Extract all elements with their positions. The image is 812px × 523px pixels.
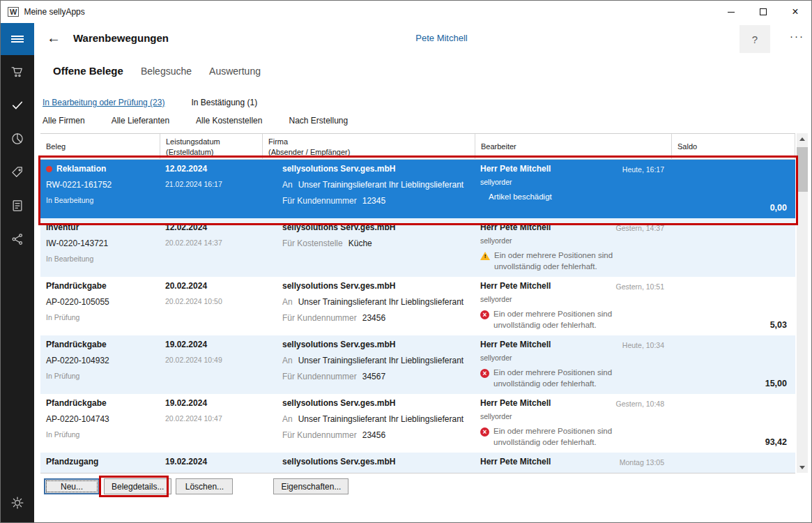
window-title: Meine sellyApps	[24, 7, 84, 17]
company-name: sellysolutions Serv.ges.mbH	[282, 398, 469, 408]
sidebar-item-settings[interactable]	[1, 486, 34, 520]
tag-icon	[10, 165, 24, 179]
page-title: Warenbewegungen	[73, 32, 169, 44]
tab-auswertung[interactable]: Auswertung	[209, 66, 261, 77]
eigenschaften-button[interactable]: Eigenschaften...	[273, 478, 348, 494]
company-name: sellysolutions Serv.ges.mbH	[282, 457, 469, 467]
table-row[interactable]: Pfandrückgabe AP-0220-104932 In Prüfung …	[40, 335, 795, 394]
minimize-button[interactable]	[715, 1, 747, 23]
row-note: Ein oder mehrere Positionen sind unvolls…	[480, 426, 666, 448]
sidebar-item-cart[interactable]	[1, 55, 34, 89]
table-row[interactable]: Reklamation RW-0221-161752 In Bearbeitun…	[40, 160, 795, 218]
sidebar-item-journal[interactable]	[1, 189, 34, 222]
note-status-icon	[480, 369, 489, 378]
note-status-icon	[480, 310, 489, 319]
user-name[interactable]: Pete Mitchell	[415, 33, 467, 43]
document-type: Pfandrückgabe	[46, 281, 154, 291]
filter-in-bearbeitung-oder-pruefung[interactable]: In Bearbeitung oder Prüfung (23)	[43, 98, 164, 107]
loeschen-button[interactable]: Löschen...	[176, 478, 233, 494]
journal-icon	[10, 199, 24, 213]
tab-belegsuche[interactable]: Belegsuche	[141, 66, 192, 77]
scrollbar-up-icon[interactable]	[797, 133, 808, 144]
column-header-label: Bearbeiter	[481, 142, 666, 152]
saldo-value: 93,42	[765, 437, 787, 447]
row-timestamp: Gestern, 10:51	[616, 282, 664, 291]
sidebar-item-share[interactable]	[1, 222, 34, 256]
pie-chart-icon	[10, 132, 24, 146]
belegdetails-button[interactable]: Belegdetails...	[104, 478, 171, 494]
saldo-value: 0,00	[770, 203, 787, 213]
gear-icon	[10, 496, 24, 510]
company-line-3: Für Kundennummer34567	[282, 372, 469, 381]
sidebar-item-chart[interactable]	[1, 122, 34, 156]
back-button[interactable]: ←	[47, 30, 61, 46]
app-logo-icon: W	[8, 7, 19, 17]
filter-alle-firmen[interactable]: Alle Firmen	[43, 116, 85, 126]
table-header: Beleg Leistungsdatum (Erstelldatum) Firm…	[40, 133, 795, 160]
column-header-saldo[interactable]: Saldo	[671, 134, 795, 160]
column-header-firma[interactable]: Firma (Absender / Empfänger)	[262, 134, 475, 160]
document-number: AP-0220-104743	[46, 414, 154, 424]
more-button[interactable]: ···	[790, 30, 804, 42]
document-type: Reklamation	[46, 164, 154, 174]
scrollbar-down-icon[interactable]	[797, 462, 808, 473]
maximize-button[interactable]	[747, 1, 779, 23]
column-header-sublabel: (Erstelldatum)	[166, 147, 256, 158]
close-button[interactable]: ×	[779, 1, 811, 23]
sidebar-item-tag[interactable]	[1, 156, 34, 189]
table-scrollbar[interactable]	[797, 133, 808, 473]
cart-icon	[10, 65, 24, 79]
editor-source: sellyorder	[480, 295, 666, 303]
tab-offene-belege[interactable]: Offene Belege	[53, 65, 123, 77]
table-body: Reklamation RW-0221-161752 In Bearbeitun…	[40, 160, 795, 473]
editor-source: sellyorder	[480, 236, 666, 245]
saldo-value: 5,03	[770, 320, 787, 330]
company-name: sellysolutions Serv.ges.mbH	[282, 281, 469, 291]
document-number: AP-0220-104932	[46, 356, 154, 365]
document-number: AP-0220-105055	[46, 297, 154, 307]
close-icon: ×	[792, 6, 798, 17]
column-header-beleg[interactable]: Beleg	[40, 134, 160, 160]
column-header-label: Saldo	[677, 142, 789, 152]
action-bar: Neu... Belegdetails... Löschen... Eigens…	[44, 478, 348, 494]
column-header-label: Beleg	[46, 142, 154, 152]
row-note: Ein oder mehrere Positionen sind unvolls…	[480, 309, 666, 331]
table-row[interactable]: Pfandrückgabe AP-0220-104743 In Prüfung …	[40, 394, 795, 453]
filter-alle-lieferanten[interactable]: Alle Lieferanten	[112, 116, 169, 126]
table-row[interactable]: Pfandrückgabe AP-0220-105055 In Prüfung …	[40, 277, 795, 335]
company-name: sellysolutions Serv.ges.mbH	[282, 164, 469, 174]
hamburger-icon	[11, 34, 24, 44]
documents-table: Beleg Leistungsdatum (Erstelldatum) Firm…	[40, 133, 795, 473]
created-date: 20.02.2024 10:50	[165, 297, 256, 305]
help-button[interactable]: ?	[740, 25, 770, 53]
filter-alle-kostenstellen[interactable]: Alle Kostenstellen	[196, 116, 262, 126]
company-line-2: AnUnser Trainingslieferant Ihr Lieblings…	[282, 297, 469, 307]
document-type: Pfandrückgabe	[46, 340, 154, 349]
created-date: 20.02.2024 14:37	[165, 238, 256, 247]
document-type: Pfandrückgabe	[46, 398, 154, 408]
sidebar	[1, 23, 34, 523]
filter-in-bestaetigung[interactable]: In Bestätigung (1)	[191, 98, 257, 107]
column-header-bearbeiter[interactable]: Bearbeiter	[475, 134, 671, 160]
checkmark-icon	[10, 98, 24, 112]
table-row[interactable]: Inventur IW-0220-143721 In Bearbeitung 1…	[40, 218, 795, 277]
company-line-2: Für KostenstelleKüche	[282, 238, 469, 248]
document-type: Inventur	[46, 222, 154, 232]
document-status: In Prüfung	[46, 372, 154, 380]
row-timestamp: Montag 13:05	[620, 458, 664, 467]
filter-nach-erstellung[interactable]: Nach Erstellung	[289, 116, 348, 126]
service-date: 12.02.2024	[165, 222, 256, 232]
menu-button[interactable]	[1, 23, 34, 55]
status-filter-bar: In Bearbeitung oder Prüfung (23) In Best…	[43, 98, 257, 107]
scrollbar-thumb[interactable]	[797, 147, 808, 192]
table-row[interactable]: Pfandzugang 19.02.2024 sellysolutions Se…	[40, 453, 795, 473]
editor-source: sellyorder	[480, 178, 666, 186]
tab-bar: Offene Belege Belegsuche Auswertung	[53, 65, 261, 77]
column-header-leistungsdatum[interactable]: Leistungsdatum (Erstelldatum)	[160, 134, 262, 160]
neu-button[interactable]: Neu...	[44, 478, 100, 494]
window-controls: ×	[715, 1, 811, 23]
company-line-2: AnUnser Trainingslieferant Ihr Lieblings…	[282, 414, 469, 424]
created-date: 20.02.2024 10:47	[165, 414, 256, 423]
app-window: W Meine sellyApps ×	[0, 0, 812, 523]
sidebar-item-tasks[interactable]	[1, 89, 34, 122]
